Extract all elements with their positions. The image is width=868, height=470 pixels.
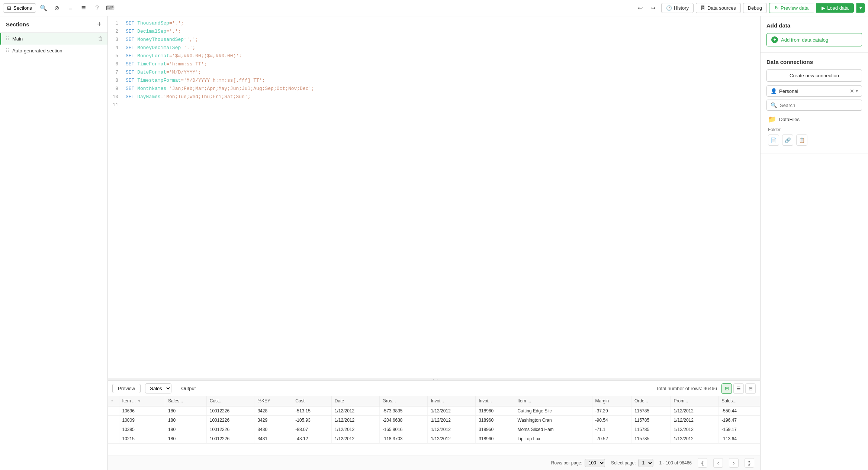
add-from-catalog-button[interactable]: + Add from data catalog — [766, 33, 862, 46]
table-cell: 1/12/2012 — [331, 406, 379, 416]
datasources-icon: 🗄 — [701, 5, 705, 11]
table-cell: 180 — [165, 406, 207, 416]
load-data-button[interactable]: ▶ Load data — [816, 3, 854, 13]
table-cell-index — [108, 416, 119, 425]
table-cell: 10696 — [119, 406, 165, 416]
next-page-button[interactable]: › — [729, 458, 739, 468]
table-selector[interactable]: Sales — [145, 383, 171, 393]
table-header-cost[interactable]: Cost — [292, 396, 332, 406]
load-label: Load data — [827, 5, 849, 11]
table-header-sales2[interactable]: Sales... — [718, 396, 760, 406]
editor-area: 12345 678910 11 SET ThousandSep=',';SET … — [108, 16, 760, 470]
table-header-pkey[interactable]: %KEY — [254, 396, 292, 406]
delete-section-icon[interactable]: 🗑 — [98, 36, 103, 42]
code-editor: 12345 678910 11 SET ThousandSep=',';SET … — [108, 16, 760, 378]
create-connection-button[interactable]: Create new connection — [766, 69, 862, 82]
debug-button[interactable]: Debug — [743, 3, 767, 13]
section-item-autogenerated[interactable]: ⠿ Auto-generated section — [0, 45, 107, 56]
table-cell: -37.29 — [592, 406, 631, 416]
output-tab-button[interactable]: Output — [176, 384, 201, 393]
add-catalog-label: Add from data catalog — [781, 37, 828, 43]
table-header-item2[interactable]: Item ... — [514, 396, 592, 406]
table-header-invoi2[interactable]: Invoi... — [476, 396, 514, 406]
person-icon: 👤 — [771, 88, 777, 94]
table-header-gros[interactable]: Gros... — [379, 396, 428, 406]
table-row: 10215180100122263431-43.121/12/2012-118.… — [108, 434, 760, 444]
sort-icon: ↕ — [111, 398, 113, 403]
keyboard-button[interactable]: ⌨ — [105, 2, 116, 14]
comment-button[interactable]: ⊘ — [51, 2, 63, 14]
close-icon[interactable]: ✕ — [850, 88, 854, 94]
preview-label: Preview data — [781, 5, 808, 11]
redo-button[interactable]: ↪ — [647, 2, 659, 14]
table-header-item[interactable]: Item ...▼ — [119, 396, 165, 406]
add-section-button[interactable]: + — [97, 20, 102, 29]
table-cell: 1/12/2012 — [428, 425, 476, 434]
search-input[interactable] — [780, 103, 858, 108]
selector-actions: ✕ ▾ — [850, 88, 858, 94]
search-button[interactable]: 🔍 — [38, 2, 49, 14]
table-header-date[interactable]: Date — [331, 396, 379, 406]
history-label: History — [674, 5, 689, 11]
chevron-down-icon[interactable]: ▾ — [856, 88, 858, 94]
data-table-container[interactable]: ↕ Item ...▼ Sales... Cust... %KEY Cost D… — [108, 396, 760, 456]
table-header-cust[interactable]: Cust... — [206, 396, 254, 406]
sections-toggle-button[interactable]: ⊞ Sections — [3, 3, 36, 13]
help-button[interactable]: ? — [91, 2, 103, 14]
table-cell: 10012226 — [206, 425, 254, 434]
table-header-prom[interactable]: Prom... — [671, 396, 718, 406]
data-table: ↕ Item ...▼ Sales... Cust... %KEY Cost D… — [108, 396, 760, 444]
preview-data-button[interactable]: ↻ Preview data — [769, 3, 814, 13]
undo-button[interactable]: ↩ — [634, 2, 646, 14]
data-connections-section: Data connections Create new connection 👤… — [761, 53, 868, 153]
indent-button[interactable]: ≡ — [64, 2, 76, 14]
file-action-3[interactable]: 📋 — [796, 134, 807, 146]
table-cell: -118.3703 — [379, 434, 428, 444]
list-view-button[interactable]: ☰ — [733, 383, 744, 394]
table-header-invoi1[interactable]: Invoi... — [428, 396, 476, 406]
table-cell: 318960 — [476, 406, 514, 416]
add-data-section: Add data + Add from data catalog — [761, 16, 868, 53]
file-action-1[interactable]: 📄 — [768, 134, 779, 146]
sections-header: Sections + — [0, 16, 107, 33]
table-header-sales[interactable]: Sales... — [165, 396, 207, 406]
datasources-button[interactable]: 🗄 Data sources — [696, 3, 741, 13]
table-row: 10009180100122263429-105.931/12/2012-204… — [108, 416, 760, 425]
prev-page-button[interactable]: ‹ — [713, 458, 723, 468]
card-view-button[interactable]: ⊟ — [745, 383, 756, 394]
file-action-2[interactable]: 🔗 — [782, 134, 793, 146]
history-button[interactable]: 🕐 History — [661, 3, 694, 13]
comment-icon: ⊘ — [54, 4, 59, 12]
personal-selector[interactable]: 👤 Personal ✕ ▾ — [766, 85, 862, 97]
load-data-dropdown-button[interactable]: ▾ — [856, 3, 865, 13]
debug-label: Debug — [748, 5, 762, 11]
table-cell: -70.52 — [592, 434, 631, 444]
preview-tab-label: Preview — [118, 386, 135, 391]
last-page-button[interactable]: ⟫ — [745, 458, 754, 468]
code-editor-container[interactable]: 12345 678910 11 SET ThousandSep=',';SET … — [108, 16, 760, 378]
table-cell: 180 — [165, 416, 207, 425]
table-header-index[interactable]: ↕ — [108, 396, 119, 406]
drag-handle-icon-2: ⠿ — [6, 48, 9, 54]
table-cell: 10009 — [119, 416, 165, 425]
outdent-button[interactable]: ≣ — [78, 2, 90, 14]
table-cell: 3430 — [254, 425, 292, 434]
grid-view-button[interactable]: ⊞ — [721, 383, 732, 394]
rows-per-page-select[interactable]: 100 — [585, 459, 605, 467]
table-header-orde[interactable]: Orde... — [631, 396, 671, 406]
horizontal-resize-handle[interactable]: · · · — [108, 378, 760, 381]
table-cell: 10012226 — [206, 434, 254, 444]
code-content[interactable]: SET ThousandSep=',';SET DecimalSep='.';S… — [123, 19, 760, 375]
section-item-main[interactable]: ⠿ Main 🗑 — [0, 33, 107, 45]
preview-tab-button[interactable]: Preview — [112, 384, 141, 393]
table-cell: -165.8016 — [379, 425, 428, 434]
table-cell: Washington Cran — [514, 416, 592, 425]
first-page-button[interactable]: ⟪ — [698, 458, 707, 468]
datafiles-row: 📁 DataFiles — [766, 112, 862, 126]
search-box[interactable]: 🔍 — [766, 100, 862, 111]
page-number-select[interactable]: 1 — [638, 459, 653, 467]
table-header-margin[interactable]: Margin — [592, 396, 631, 406]
preview-toolbar: Preview Sales Output Total number of row… — [108, 381, 760, 396]
keyboard-icon: ⌨ — [106, 4, 115, 12]
table-cell-index — [108, 434, 119, 444]
